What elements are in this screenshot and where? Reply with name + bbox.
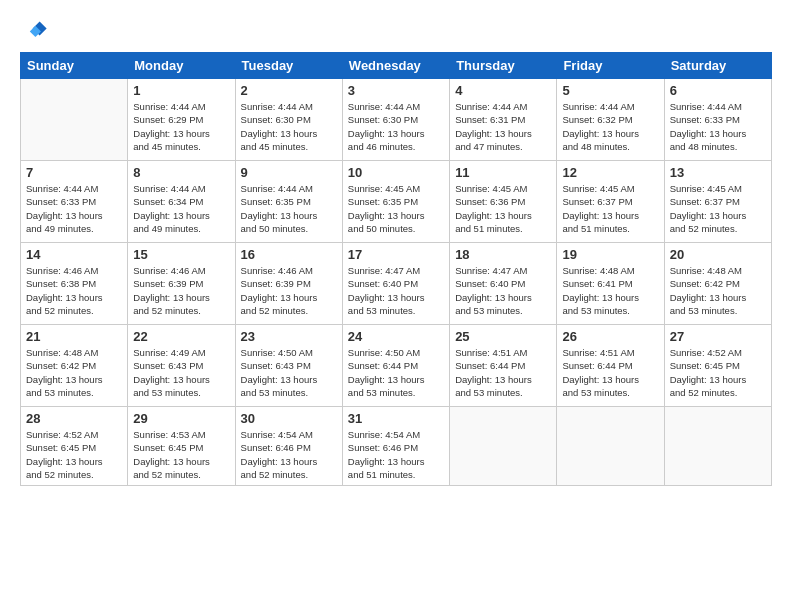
calendar-cell: 12Sunrise: 4:45 AM Sunset: 6:37 PM Dayli… — [557, 161, 664, 243]
day-info: Sunrise: 4:45 AM Sunset: 6:36 PM Dayligh… — [455, 182, 551, 235]
day-number: 1 — [133, 83, 229, 98]
day-info: Sunrise: 4:51 AM Sunset: 6:44 PM Dayligh… — [455, 346, 551, 399]
day-info: Sunrise: 4:44 AM Sunset: 6:29 PM Dayligh… — [133, 100, 229, 153]
day-info: Sunrise: 4:49 AM Sunset: 6:43 PM Dayligh… — [133, 346, 229, 399]
calendar-cell: 27Sunrise: 4:52 AM Sunset: 6:45 PM Dayli… — [664, 325, 771, 407]
calendar-cell: 3Sunrise: 4:44 AM Sunset: 6:30 PM Daylig… — [342, 79, 449, 161]
logo-icon — [20, 16, 48, 44]
calendar-cell: 29Sunrise: 4:53 AM Sunset: 6:45 PM Dayli… — [128, 407, 235, 486]
day-info: Sunrise: 4:48 AM Sunset: 6:41 PM Dayligh… — [562, 264, 658, 317]
day-number: 14 — [26, 247, 122, 262]
day-number: 6 — [670, 83, 766, 98]
day-number: 2 — [241, 83, 337, 98]
day-number: 9 — [241, 165, 337, 180]
calendar-cell: 30Sunrise: 4:54 AM Sunset: 6:46 PM Dayli… — [235, 407, 342, 486]
day-number: 20 — [670, 247, 766, 262]
day-number: 15 — [133, 247, 229, 262]
calendar-week-row: 28Sunrise: 4:52 AM Sunset: 6:45 PM Dayli… — [21, 407, 772, 486]
calendar-cell: 13Sunrise: 4:45 AM Sunset: 6:37 PM Dayli… — [664, 161, 771, 243]
day-info: Sunrise: 4:52 AM Sunset: 6:45 PM Dayligh… — [670, 346, 766, 399]
header — [20, 16, 772, 44]
day-number: 11 — [455, 165, 551, 180]
day-number: 29 — [133, 411, 229, 426]
day-number: 8 — [133, 165, 229, 180]
calendar-cell: 7Sunrise: 4:44 AM Sunset: 6:33 PM Daylig… — [21, 161, 128, 243]
calendar-cell: 19Sunrise: 4:48 AM Sunset: 6:41 PM Dayli… — [557, 243, 664, 325]
calendar-cell: 21Sunrise: 4:48 AM Sunset: 6:42 PM Dayli… — [21, 325, 128, 407]
day-number: 24 — [348, 329, 444, 344]
calendar-cell: 10Sunrise: 4:45 AM Sunset: 6:35 PM Dayli… — [342, 161, 449, 243]
weekday-header: Saturday — [664, 53, 771, 79]
weekday-header: Friday — [557, 53, 664, 79]
calendar-week-row: 1Sunrise: 4:44 AM Sunset: 6:29 PM Daylig… — [21, 79, 772, 161]
calendar-cell: 14Sunrise: 4:46 AM Sunset: 6:38 PM Dayli… — [21, 243, 128, 325]
day-info: Sunrise: 4:47 AM Sunset: 6:40 PM Dayligh… — [455, 264, 551, 317]
calendar-cell — [450, 407, 557, 486]
calendar-cell — [557, 407, 664, 486]
calendar-cell: 18Sunrise: 4:47 AM Sunset: 6:40 PM Dayli… — [450, 243, 557, 325]
day-info: Sunrise: 4:54 AM Sunset: 6:46 PM Dayligh… — [348, 428, 444, 481]
calendar-week-row: 21Sunrise: 4:48 AM Sunset: 6:42 PM Dayli… — [21, 325, 772, 407]
day-number: 16 — [241, 247, 337, 262]
weekday-header: Sunday — [21, 53, 128, 79]
weekday-header: Tuesday — [235, 53, 342, 79]
day-info: Sunrise: 4:46 AM Sunset: 6:39 PM Dayligh… — [241, 264, 337, 317]
day-number: 13 — [670, 165, 766, 180]
day-info: Sunrise: 4:44 AM Sunset: 6:32 PM Dayligh… — [562, 100, 658, 153]
day-info: Sunrise: 4:45 AM Sunset: 6:37 PM Dayligh… — [670, 182, 766, 235]
page: SundayMondayTuesdayWednesdayThursdayFrid… — [0, 0, 792, 612]
day-info: Sunrise: 4:44 AM Sunset: 6:30 PM Dayligh… — [348, 100, 444, 153]
day-info: Sunrise: 4:44 AM Sunset: 6:30 PM Dayligh… — [241, 100, 337, 153]
calendar-cell: 9Sunrise: 4:44 AM Sunset: 6:35 PM Daylig… — [235, 161, 342, 243]
day-info: Sunrise: 4:48 AM Sunset: 6:42 PM Dayligh… — [26, 346, 122, 399]
calendar-cell: 31Sunrise: 4:54 AM Sunset: 6:46 PM Dayli… — [342, 407, 449, 486]
weekday-header: Monday — [128, 53, 235, 79]
calendar-cell: 28Sunrise: 4:52 AM Sunset: 6:45 PM Dayli… — [21, 407, 128, 486]
day-info: Sunrise: 4:44 AM Sunset: 6:35 PM Dayligh… — [241, 182, 337, 235]
calendar-cell: 26Sunrise: 4:51 AM Sunset: 6:44 PM Dayli… — [557, 325, 664, 407]
day-info: Sunrise: 4:46 AM Sunset: 6:38 PM Dayligh… — [26, 264, 122, 317]
calendar-week-row: 14Sunrise: 4:46 AM Sunset: 6:38 PM Dayli… — [21, 243, 772, 325]
day-number: 30 — [241, 411, 337, 426]
day-info: Sunrise: 4:54 AM Sunset: 6:46 PM Dayligh… — [241, 428, 337, 481]
day-info: Sunrise: 4:44 AM Sunset: 6:31 PM Dayligh… — [455, 100, 551, 153]
calendar-cell: 5Sunrise: 4:44 AM Sunset: 6:32 PM Daylig… — [557, 79, 664, 161]
day-number: 17 — [348, 247, 444, 262]
day-number: 4 — [455, 83, 551, 98]
calendar-cell: 24Sunrise: 4:50 AM Sunset: 6:44 PM Dayli… — [342, 325, 449, 407]
day-number: 10 — [348, 165, 444, 180]
calendar-cell: 15Sunrise: 4:46 AM Sunset: 6:39 PM Dayli… — [128, 243, 235, 325]
day-number: 31 — [348, 411, 444, 426]
day-number: 25 — [455, 329, 551, 344]
day-number: 5 — [562, 83, 658, 98]
calendar-cell: 2Sunrise: 4:44 AM Sunset: 6:30 PM Daylig… — [235, 79, 342, 161]
calendar-cell: 11Sunrise: 4:45 AM Sunset: 6:36 PM Dayli… — [450, 161, 557, 243]
day-info: Sunrise: 4:48 AM Sunset: 6:42 PM Dayligh… — [670, 264, 766, 317]
day-info: Sunrise: 4:51 AM Sunset: 6:44 PM Dayligh… — [562, 346, 658, 399]
calendar-cell: 17Sunrise: 4:47 AM Sunset: 6:40 PM Dayli… — [342, 243, 449, 325]
calendar-cell: 8Sunrise: 4:44 AM Sunset: 6:34 PM Daylig… — [128, 161, 235, 243]
calendar-cell: 1Sunrise: 4:44 AM Sunset: 6:29 PM Daylig… — [128, 79, 235, 161]
day-number: 23 — [241, 329, 337, 344]
day-number: 12 — [562, 165, 658, 180]
calendar-week-row: 7Sunrise: 4:44 AM Sunset: 6:33 PM Daylig… — [21, 161, 772, 243]
weekday-header: Thursday — [450, 53, 557, 79]
day-info: Sunrise: 4:44 AM Sunset: 6:34 PM Dayligh… — [133, 182, 229, 235]
day-number: 22 — [133, 329, 229, 344]
calendar-cell: 6Sunrise: 4:44 AM Sunset: 6:33 PM Daylig… — [664, 79, 771, 161]
day-info: Sunrise: 4:45 AM Sunset: 6:35 PM Dayligh… — [348, 182, 444, 235]
calendar-cell: 25Sunrise: 4:51 AM Sunset: 6:44 PM Dayli… — [450, 325, 557, 407]
day-info: Sunrise: 4:46 AM Sunset: 6:39 PM Dayligh… — [133, 264, 229, 317]
calendar-cell: 4Sunrise: 4:44 AM Sunset: 6:31 PM Daylig… — [450, 79, 557, 161]
calendar-cell: 22Sunrise: 4:49 AM Sunset: 6:43 PM Dayli… — [128, 325, 235, 407]
calendar-cell: 20Sunrise: 4:48 AM Sunset: 6:42 PM Dayli… — [664, 243, 771, 325]
day-number: 21 — [26, 329, 122, 344]
day-info: Sunrise: 4:45 AM Sunset: 6:37 PM Dayligh… — [562, 182, 658, 235]
weekday-header-row: SundayMondayTuesdayWednesdayThursdayFrid… — [21, 53, 772, 79]
day-number: 19 — [562, 247, 658, 262]
day-number: 3 — [348, 83, 444, 98]
day-info: Sunrise: 4:50 AM Sunset: 6:43 PM Dayligh… — [241, 346, 337, 399]
day-number: 27 — [670, 329, 766, 344]
calendar-cell — [664, 407, 771, 486]
day-number: 7 — [26, 165, 122, 180]
